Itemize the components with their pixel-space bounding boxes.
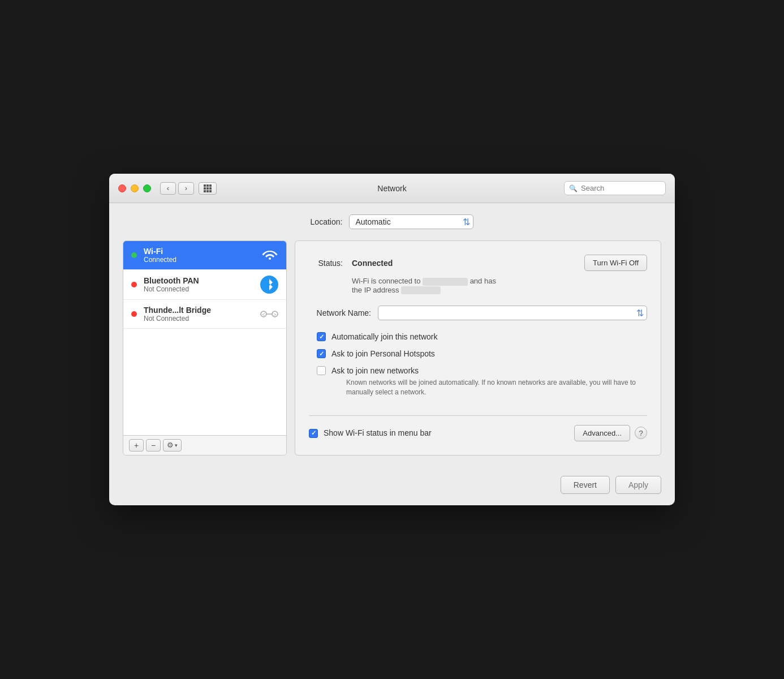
status-dot-green xyxy=(131,252,137,258)
bottom-row: Show Wi-Fi status in menu bar Advanced..… xyxy=(309,425,647,441)
ask-hotspots-label: Ask to join Personal Hotspots xyxy=(331,349,435,358)
apply-button[interactable]: Apply xyxy=(615,476,661,494)
item-text-wifi: Wi-Fi Connected xyxy=(144,247,255,264)
sidebar-item-wifi[interactable]: Wi-Fi Connected xyxy=(123,241,286,270)
network-name-input[interactable] xyxy=(378,306,647,320)
show-wifi-label: Show Wi-Fi status in menu bar xyxy=(324,428,432,437)
help-button[interactable]: ? xyxy=(635,427,647,439)
bridge-icon: < > xyxy=(260,308,278,320)
sidebar-toolbar: + − ⚙ ▾ xyxy=(123,435,286,455)
status-desc-mid: and has xyxy=(470,277,496,285)
svg-text:>: > xyxy=(273,312,276,317)
ask-networks-sublabel: Known networks will be joined automatica… xyxy=(331,378,647,397)
network-name-wrapper: ⇅ xyxy=(378,306,647,320)
gear-icon: ⚙ xyxy=(167,441,174,449)
status-value: Connected xyxy=(352,259,575,268)
add-network-button[interactable]: + xyxy=(129,439,144,452)
search-icon: 🔍 xyxy=(569,184,578,192)
location-row: Location: Automatic ⇅ xyxy=(123,214,661,229)
item-status-wifi: Connected xyxy=(144,256,255,264)
bottom-section: Show Wi-Fi status in menu bar Advanced..… xyxy=(309,404,647,441)
network-preferences-window: ‹ › Network 🔍 Location: Automatic ⇅ xyxy=(109,174,675,505)
nav-buttons: ‹ › xyxy=(160,182,194,195)
revert-button[interactable]: Revert xyxy=(561,476,610,494)
right-panel: Status: Connected Turn Wi-Fi Off Wi-Fi i… xyxy=(295,240,661,455)
svg-text:<: < xyxy=(262,312,265,317)
network-name-row: Network Name: ⇅ xyxy=(309,306,647,320)
ask-networks-label-container: Ask to join new networks Known networks … xyxy=(331,366,647,397)
titlebar: ‹ › Network 🔍 xyxy=(109,174,675,203)
sidebar-list: Wi-Fi Connected xyxy=(123,241,286,435)
window-title: Network xyxy=(377,184,406,193)
status-row: Status: Connected Turn Wi-Fi Off xyxy=(309,255,647,271)
location-select[interactable]: Automatic xyxy=(349,214,473,229)
minimize-button[interactable] xyxy=(131,184,139,192)
wifi-icon xyxy=(262,247,278,263)
item-name-bluetooth: Bluetooth PAN xyxy=(144,276,253,285)
auto-join-row: Automatically join this network xyxy=(309,332,647,342)
sidebar-item-thunderbolt[interactable]: Thunde...lt Bridge Not Connected < > xyxy=(123,300,286,329)
content-area: Location: Automatic ⇅ Wi-Fi Conne xyxy=(109,203,675,467)
item-text-bluetooth: Bluetooth PAN Not Connected xyxy=(144,276,253,293)
grid-icon xyxy=(204,184,212,192)
close-button[interactable] xyxy=(118,184,126,192)
status-desc-pre: Wi-Fi is connected to xyxy=(352,277,420,285)
back-button[interactable]: ‹ xyxy=(160,182,176,195)
item-name-thunderbolt: Thunde...lt Bridge xyxy=(144,306,253,315)
item-text-thunderbolt: Thunde...lt Bridge Not Connected xyxy=(144,306,253,323)
item-status-bluetooth: Not Connected xyxy=(144,285,253,293)
network-name-redacted xyxy=(423,278,468,286)
chevron-down-icon: ▾ xyxy=(175,442,178,448)
ask-hotspots-checkbox[interactable] xyxy=(317,349,326,358)
status-desc-post: the IP address xyxy=(352,286,399,294)
sidebar: Wi-Fi Connected xyxy=(123,240,287,455)
auto-join-label: Automatically join this network xyxy=(331,332,438,341)
sidebar-item-bluetooth[interactable]: Bluetooth PAN Not Connected xyxy=(123,270,286,300)
search-input[interactable] xyxy=(581,184,661,192)
remove-network-button[interactable]: − xyxy=(146,439,161,452)
advanced-button[interactable]: Advanced... xyxy=(574,425,630,441)
ask-networks-checkbox[interactable] xyxy=(317,366,326,375)
turn-wifi-button[interactable]: Turn Wi-Fi Off xyxy=(584,255,647,271)
footer: Revert Apply xyxy=(109,467,675,505)
status-dot-red-tb xyxy=(131,311,137,317)
ask-hotspots-row: Ask to join Personal Hotspots xyxy=(309,349,647,359)
network-name-label: Network Name: xyxy=(309,308,371,317)
ask-networks-label: Ask to join new networks xyxy=(331,366,419,375)
network-settings-button[interactable]: ⚙ ▾ xyxy=(163,439,182,452)
status-label: Status: xyxy=(309,259,343,268)
item-status-thunderbolt: Not Connected xyxy=(144,315,253,323)
wifi-icon-container xyxy=(261,247,278,264)
bottom-divider xyxy=(309,415,647,416)
checkboxes-container: Automatically join this network Ask to j… xyxy=(309,332,647,404)
show-wifi-row: Show Wi-Fi status in menu bar xyxy=(309,428,565,438)
main-panel: Wi-Fi Connected xyxy=(123,240,661,455)
ask-networks-row: Ask to join new networks Known networks … xyxy=(309,366,647,397)
location-select-wrapper: Automatic ⇅ xyxy=(349,214,473,229)
status-description: Wi-Fi is connected to and has the IP add… xyxy=(309,277,647,294)
maximize-button[interactable] xyxy=(143,184,151,192)
ip-address-redacted xyxy=(401,286,441,294)
forward-button[interactable]: › xyxy=(178,182,194,195)
auto-join-label-container: Automatically join this network xyxy=(331,332,438,342)
bluetooth-icon-container xyxy=(260,276,278,294)
show-wifi-checkbox[interactable] xyxy=(309,429,318,438)
ask-hotspots-label-container: Ask to join Personal Hotspots xyxy=(331,349,435,359)
search-box[interactable]: 🔍 xyxy=(564,181,666,195)
traffic-lights xyxy=(118,184,151,192)
item-name-wifi: Wi-Fi xyxy=(144,247,255,256)
location-label: Location: xyxy=(311,217,343,226)
auto-join-checkbox[interactable] xyxy=(317,332,326,341)
bottom-buttons: Advanced... ? xyxy=(574,425,647,441)
status-dot-red-bt xyxy=(131,282,137,287)
app-grid-button[interactable] xyxy=(199,182,217,195)
